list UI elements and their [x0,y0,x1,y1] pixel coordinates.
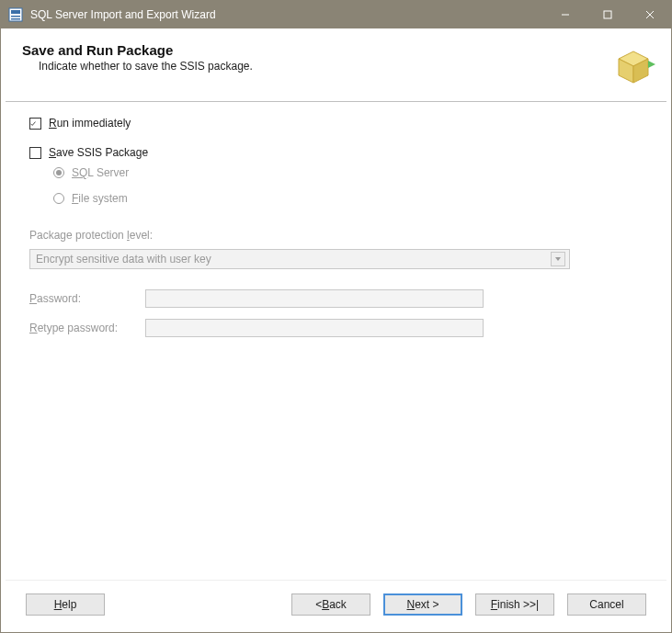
protection-level-label: Package protection level: [29,229,643,242]
help-button[interactable]: Help [26,593,105,616]
password-row: Password: [29,289,643,308]
close-button[interactable] [629,1,671,28]
package-icon [609,42,655,88]
svg-marker-12 [555,257,561,261]
sql-server-label: SQL Server [72,166,129,179]
save-ssis-row: Save SSIS Package [29,146,643,159]
save-ssis-label: Save SSIS Package [49,146,148,159]
back-button[interactable]: < Back [291,593,370,616]
app-icon [8,7,23,22]
retype-password-row: Retype password: [29,319,643,337]
finish-button[interactable]: Finish >>| [475,593,554,616]
window-controls [544,1,671,28]
wizard-window: SQL Server Import and Export Wizard Save… [0,0,672,633]
window-title: SQL Server Import and Export Wizard [30,8,216,21]
run-immediately-checkbox[interactable] [29,118,41,130]
save-target-options: SQL Server File system [53,166,643,205]
next-button[interactable]: Next > [383,593,462,616]
chevron-down-icon [551,252,565,266]
protection-level-select: Encrypt sensitive data with user key [29,249,570,269]
retype-password-input [145,319,484,337]
button-bar: Help < Back Next > Finish >>| Cancel [6,580,666,627]
file-system-row: File system [53,192,643,205]
svg-rect-5 [604,11,611,18]
svg-marker-11 [648,61,655,68]
content-area: Run immediately Save SSIS Package SQL Se… [6,102,666,580]
run-immediately-label: Run immediately [49,117,131,130]
maximize-button[interactable] [587,1,629,28]
client-area: Save and Run Package Indicate whether to… [1,28,671,632]
page-subtitle: Indicate whether to save the SSIS packag… [39,60,253,73]
retype-password-label: Retype password: [29,322,145,334]
wizard-header: Save and Run Package Indicate whether to… [6,33,666,101]
protection-level-value: Encrypt sensitive data with user key [36,253,551,266]
password-label: Password: [29,292,145,305]
titlebar: SQL Server Import and Export Wizard [1,1,671,28]
save-ssis-checkbox[interactable] [29,147,41,159]
sql-server-radio [53,167,64,178]
page-title: Save and Run Package [22,42,253,58]
cancel-button[interactable]: Cancel [567,593,646,616]
password-input [145,289,484,308]
run-immediately-row: Run immediately [29,117,643,130]
file-system-label: File system [72,192,128,205]
protection-block: Package protection level: Encrypt sensit… [29,229,643,337]
svg-rect-3 [11,18,20,20]
sql-server-row: SQL Server [53,166,643,179]
svg-rect-2 [11,16,20,17]
svg-rect-1 [11,10,20,14]
file-system-radio [53,193,64,204]
minimize-button[interactable] [544,1,587,28]
